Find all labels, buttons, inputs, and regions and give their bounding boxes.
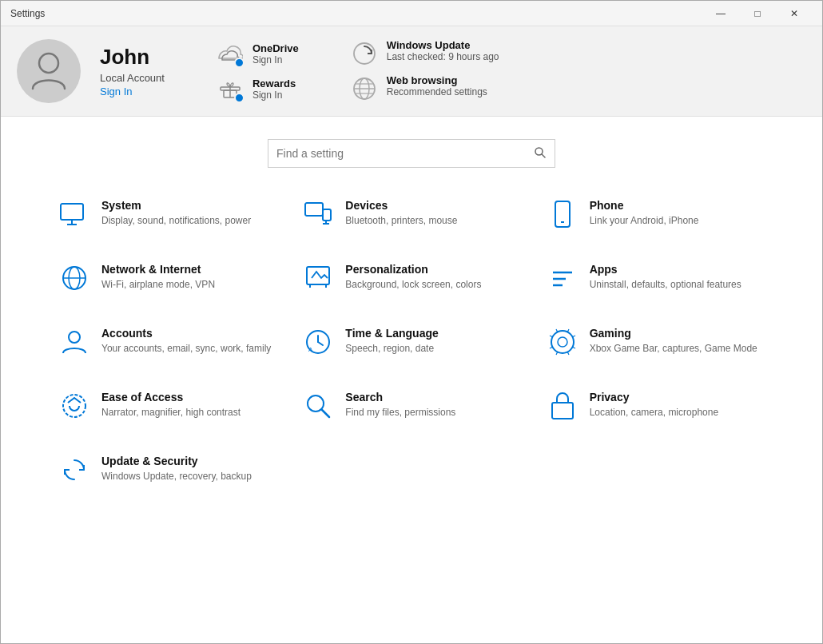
search-icon: [302, 390, 334, 422]
windows-update-item[interactable]: Windows Update Last checked: 9 hours ago: [350, 39, 499, 68]
web-browsing-icon-wrap: [350, 74, 379, 103]
time-subtitle: Speech, region, date: [345, 342, 438, 356]
svg-rect-15: [305, 203, 323, 216]
svg-point-0: [39, 54, 58, 73]
services-section: OneDrive Sign In Rewards Sign In: [216, 39, 299, 103]
titlebar: Settings — □ ✕: [1, 1, 822, 26]
minimize-button[interactable]: —: [702, 1, 739, 26]
close-button[interactable]: ✕: [776, 1, 813, 26]
svg-line-11: [542, 154, 545, 157]
user-signin-link[interactable]: Sign In: [100, 85, 165, 97]
search-input[interactable]: [276, 147, 534, 160]
rewards-subtitle: Sign In: [252, 89, 296, 101]
onedrive-item[interactable]: OneDrive Sign In: [216, 39, 299, 68]
ease-icon: [58, 390, 90, 422]
ease-title: Ease of Access: [101, 390, 241, 404]
setting-item-ease[interactable]: Ease of Access Narrator, magnifier, high…: [49, 376, 286, 436]
setting-item-personalization[interactable]: Personalization Background, lock screen,…: [292, 248, 530, 308]
setting-item-privacy[interactable]: Privacy Location, camera, microphone: [537, 376, 774, 436]
search-box: [268, 139, 555, 168]
phone-icon: [547, 198, 578, 230]
accounts-subtitle: Your accounts, email, sync, work, family: [101, 342, 271, 356]
devices-subtitle: Bluetooth, printers, mouse: [345, 214, 457, 228]
setting-item-phone[interactable]: Phone Link your Android, iPhone: [537, 184, 774, 244]
user-info: John Local Account Sign In: [100, 45, 165, 97]
onedrive-text: OneDrive Sign In: [252, 42, 299, 66]
svg-point-33: [551, 331, 574, 353]
search-title: Search: [345, 390, 455, 404]
system-title: System: [101, 198, 251, 213]
accounts-icon: [58, 326, 90, 358]
search-icon: [534, 146, 547, 161]
svg-line-31: [318, 342, 323, 345]
network-icon: [58, 262, 90, 294]
updates-section: Windows Update Last checked: 9 hours ago…: [350, 39, 499, 103]
svg-line-37: [322, 410, 329, 417]
rewards-text: Rewards Sign In: [252, 78, 296, 101]
setting-item-search[interactable]: Search Find my files, permissions: [292, 376, 530, 436]
setting-item-gaming[interactable]: Gaming Xbox Game Bar, captures, Game Mod…: [537, 312, 774, 372]
onedrive-title: OneDrive: [252, 42, 299, 54]
user-name: John: [100, 45, 165, 70]
svg-rect-19: [555, 201, 570, 227]
update-icon: [58, 454, 90, 486]
svg-point-36: [308, 396, 324, 411]
personalization-subtitle: Background, lock screen, colors: [345, 278, 481, 292]
setting-item-system[interactable]: System Display, sound, notifications, po…: [49, 184, 286, 244]
user-account-type: Local Account: [100, 72, 165, 84]
time-icon: A: [302, 326, 334, 358]
windows-update-subtitle: Last checked: 9 hours ago: [387, 51, 499, 62]
gaming-subtitle: Xbox Game Bar, captures, Game Mode: [590, 342, 757, 356]
apps-subtitle: Uninstall, defaults, optional features: [590, 278, 741, 292]
user-avatar: [17, 39, 81, 103]
web-browsing-text: Web browsing Recommended settings: [387, 74, 487, 97]
rewards-icon-wrap: [216, 74, 245, 103]
maximize-button[interactable]: □: [739, 1, 776, 26]
web-browsing-subtitle: Recommended settings: [387, 86, 487, 97]
web-browsing-title: Web browsing: [387, 74, 487, 86]
setting-item-accounts[interactable]: Accounts Your accounts, email, sync, wor…: [49, 312, 286, 372]
search-section: [1, 117, 822, 184]
privacy-icon: [547, 390, 578, 422]
svg-point-28: [69, 332, 80, 343]
devices-icon: [302, 198, 334, 230]
app-title: Settings: [10, 8, 702, 19]
setting-item-update[interactable]: Update & Security Windows Update, recove…: [49, 439, 286, 500]
setting-item-network[interactable]: Network & Internet Wi-Fi, airplane mode,…: [49, 248, 286, 308]
onedrive-badge: [234, 58, 245, 68]
apps-icon: [547, 262, 578, 294]
svg-rect-38: [552, 403, 573, 419]
svg-rect-16: [323, 209, 331, 221]
devices-title: Devices: [345, 198, 457, 213]
onedrive-icon-wrap: [216, 39, 245, 68]
search-subtitle: Find my files, permissions: [345, 406, 455, 419]
privacy-subtitle: Location, camera, microphone: [590, 406, 718, 419]
gaming-title: Gaming: [590, 326, 757, 340]
setting-item-time[interactable]: A Time & Language Speech, region, date: [292, 312, 530, 372]
ease-subtitle: Narrator, magnifier, high contrast: [101, 406, 241, 419]
header-section: John Local Account Sign In OneDrive Sign…: [1, 26, 822, 117]
rewards-title: Rewards: [252, 78, 296, 89]
windows-update-icon: [351, 40, 378, 67]
setting-item-devices[interactable]: Devices Bluetooth, printers, mouse: [292, 184, 530, 244]
rewards-item[interactable]: Rewards Sign In: [216, 74, 299, 103]
windows-update-icon-wrap: [350, 39, 379, 68]
update-subtitle: Windows Update, recovery, backup: [101, 470, 252, 483]
setting-item-apps[interactable]: Apps Uninstall, defaults, optional featu…: [537, 248, 774, 308]
phone-title: Phone: [590, 198, 699, 213]
system-icon: [58, 198, 90, 230]
svg-text:A: A: [308, 346, 313, 353]
privacy-title: Privacy: [590, 390, 718, 404]
rewards-badge: [234, 93, 245, 103]
personalization-title: Personalization: [345, 262, 481, 276]
time-title: Time & Language: [345, 326, 438, 340]
accounts-title: Accounts: [101, 326, 271, 340]
web-browsing-item[interactable]: Web browsing Recommended settings: [350, 74, 499, 103]
onedrive-subtitle: Sign In: [252, 54, 299, 66]
apps-title: Apps: [590, 262, 741, 276]
windows-update-title: Windows Update: [387, 39, 499, 51]
network-subtitle: Wi-Fi, airplane mode, VPN: [101, 278, 215, 292]
web-browsing-icon: [351, 75, 378, 102]
windows-update-text: Windows Update Last checked: 9 hours ago: [387, 39, 499, 62]
svg-point-34: [558, 337, 567, 347]
